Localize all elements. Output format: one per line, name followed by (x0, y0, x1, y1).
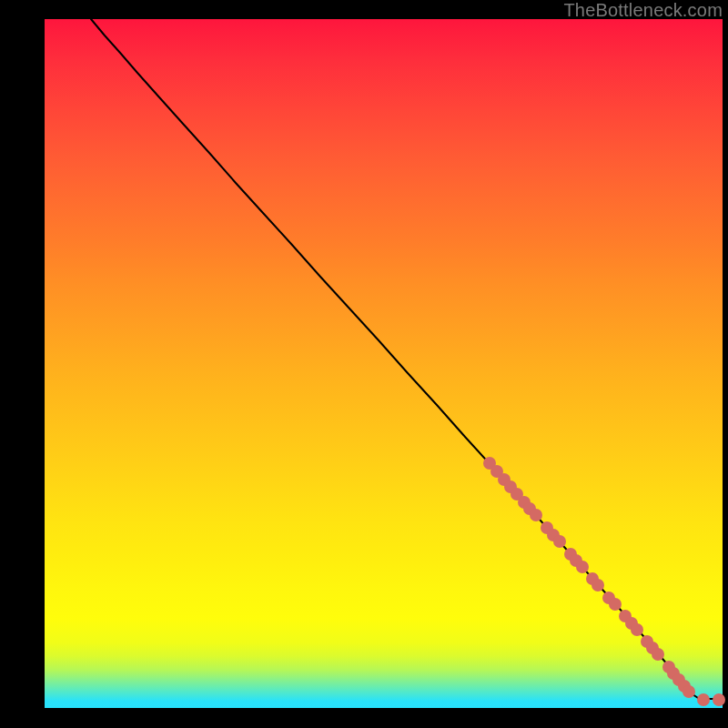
plot-gradient-background (45, 19, 723, 708)
watermark-text: TheBottleneck.com (563, 0, 723, 21)
chart-stage: TheBottleneck.com (0, 0, 728, 728)
